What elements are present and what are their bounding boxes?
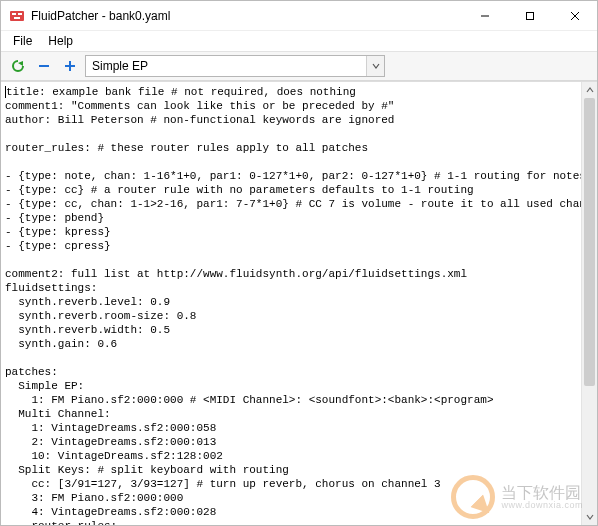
- window-controls: [462, 1, 597, 30]
- patch-select[interactable]: Simple EP: [85, 55, 385, 77]
- patch-select-value: Simple EP: [86, 59, 366, 73]
- refresh-icon: [10, 58, 26, 74]
- refresh-button[interactable]: [7, 55, 29, 77]
- minus-icon: [37, 59, 51, 73]
- svg-rect-2: [18, 13, 22, 15]
- scrollbar-track[interactable]: [582, 98, 597, 509]
- close-button[interactable]: [552, 1, 597, 30]
- window-title: FluidPatcher - bank0.yaml: [31, 9, 462, 23]
- svg-marker-8: [18, 61, 23, 66]
- editor-area: title: example bank file # not required,…: [1, 81, 597, 525]
- svg-rect-1: [12, 13, 16, 15]
- vertical-scrollbar[interactable]: [581, 82, 597, 525]
- minimize-button[interactable]: [462, 1, 507, 30]
- text-editor[interactable]: title: example bank file # not required,…: [1, 82, 581, 525]
- titlebar: FluidPatcher - bank0.yaml: [1, 1, 597, 31]
- prev-patch-button[interactable]: [33, 55, 55, 77]
- menubar: File Help: [1, 31, 597, 51]
- svg-rect-5: [526, 12, 533, 19]
- menu-help[interactable]: Help: [40, 32, 81, 50]
- app-window: FluidPatcher - bank0.yaml File Help: [0, 0, 598, 526]
- chevron-down-icon: [366, 56, 384, 76]
- svg-rect-3: [14, 17, 20, 19]
- scrollbar-thumb[interactable]: [584, 98, 595, 386]
- maximize-button[interactable]: [507, 1, 552, 30]
- scroll-up-arrow-icon[interactable]: [582, 82, 597, 98]
- plus-icon: [63, 59, 77, 73]
- app-icon: [9, 8, 25, 24]
- svg-rect-0: [10, 11, 24, 21]
- menu-file[interactable]: File: [5, 32, 40, 50]
- next-patch-button[interactable]: [59, 55, 81, 77]
- toolbar: Simple EP: [1, 51, 597, 81]
- scroll-down-arrow-icon[interactable]: [582, 509, 597, 525]
